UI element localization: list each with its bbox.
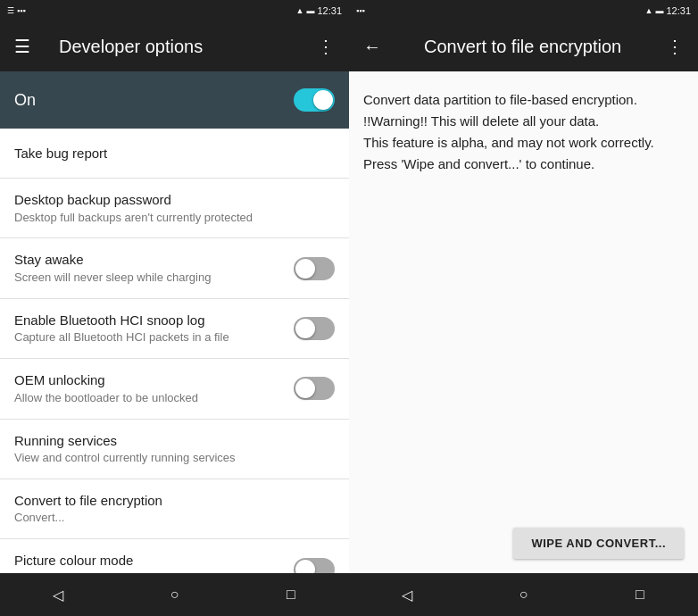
bluetooth-hci-text: Enable Bluetooth HCI snoop log Capture a…	[14, 312, 294, 345]
on-label: On	[14, 91, 294, 110]
oem-unlocking-toggle-knob	[295, 379, 315, 398]
hamburger-status-icon: ☰	[7, 6, 14, 15]
desktop-backup-password-item[interactable]: Desktop backup password Desktop full bac…	[0, 179, 349, 238]
page-title: Developer options	[59, 37, 317, 57]
right-signal-icon: ▪▪▪	[356, 6, 365, 15]
oem-unlocking-text: OEM unlocking Allow the bootloader to be…	[14, 371, 294, 405]
left-back-button[interactable]: ◁	[31, 573, 85, 616]
back-icon[interactable]: ←	[363, 37, 381, 57]
convert-encryption-title: Convert to file encryption	[14, 492, 335, 510]
left-panel: ☰ ▪▪▪ ▲ ▬ 12:31 ☰ Developer options ⋮ On…	[0, 0, 349, 616]
convert-encryption-subtitle: Convert...	[14, 511, 335, 526]
right-time: 12:31	[666, 5, 691, 16]
picture-colour-text: Picture colour mode Use sRGB	[14, 552, 294, 573]
wipe-button-container: WIPE AND CONVERT...	[349, 513, 698, 573]
picture-colour-title: Picture colour mode	[14, 552, 294, 570]
running-services-title: Running services	[14, 432, 335, 450]
left-top-bar: ☰ Developer options ⋮	[0, 21, 349, 71]
left-nav-bar: ◁ ○ □	[0, 573, 349, 616]
right-panel: ▪▪▪ ▲ ▬ 12:31 ← Convert to file encrypti…	[349, 0, 698, 616]
stay-awake-toggle-knob	[295, 259, 315, 279]
right-status-bar-right: ▲ ▬ 12:31	[645, 5, 691, 16]
desktop-backup-password-subtitle: Desktop full backups aren't currently pr…	[14, 211, 335, 226]
signal-icons: ▪▪▪	[17, 6, 26, 15]
oem-unlocking-item[interactable]: OEM unlocking Allow the bootloader to be…	[0, 359, 349, 419]
desktop-backup-password-title: Desktop backup password	[14, 191, 335, 209]
battery-icon: ▬	[306, 6, 314, 15]
right-nav-bar: ◁ ○ □	[349, 573, 698, 616]
right-flex-area: Convert data partition to file-based enc…	[349, 71, 698, 573]
convert-encryption-text: Convert to file encryption Convert...	[14, 492, 335, 526]
right-status-bar: ▪▪▪ ▲ ▬ 12:31	[349, 0, 698, 21]
bluetooth-hci-toggle[interactable]	[294, 317, 335, 340]
running-services-text: Running services View and control curren…	[14, 432, 335, 466]
right-battery-icon: ▬	[655, 6, 663, 15]
take-bug-report-item[interactable]: Take bug report	[0, 129, 349, 179]
bluetooth-hci-toggle-knob	[295, 319, 315, 338]
convert-encryption-item[interactable]: Convert to file encryption Convert...	[0, 479, 349, 539]
running-services-subtitle: View and control currently running servi…	[14, 451, 335, 466]
oem-unlocking-subtitle: Allow the bootloader to be unlocked	[14, 391, 294, 406]
stay-awake-text: Stay awake Screen will never sleep while…	[14, 251, 294, 285]
right-recents-button[interactable]: □	[613, 573, 667, 616]
right-more-options-icon[interactable]: ⋮	[666, 36, 684, 57]
status-bar-left-icons: ☰ ▪▪▪	[7, 6, 26, 15]
menu-icon[interactable]: ☰	[14, 36, 30, 57]
stay-awake-subtitle: Screen will never sleep while charging	[14, 271, 294, 286]
picture-colour-toggle[interactable]	[294, 558, 335, 573]
right-wifi-icon: ▲	[645, 6, 653, 15]
stay-awake-item[interactable]: Stay awake Screen will never sleep while…	[0, 238, 349, 298]
picture-colour-toggle-knob	[295, 560, 315, 573]
more-options-icon[interactable]: ⋮	[317, 36, 335, 57]
take-bug-report-title: Take bug report	[14, 145, 335, 162]
wifi-icon: ▲	[296, 6, 304, 15]
right-content-area: Convert data partition to file-based enc…	[349, 71, 698, 513]
running-services-item[interactable]: Running services View and control curren…	[0, 420, 349, 479]
developer-options-toggle[interactable]	[294, 88, 335, 112]
toggle-knob	[313, 90, 333, 110]
status-bar-right-icons: ▲ ▬ 12:31	[296, 5, 342, 16]
right-back-button[interactable]: ◁	[380, 573, 434, 616]
left-recents-button[interactable]: □	[264, 573, 318, 616]
take-bug-report-text: Take bug report	[14, 145, 335, 162]
oem-unlocking-toggle[interactable]	[294, 377, 335, 400]
right-top-bar: ← Convert to file encryption ⋮	[349, 21, 698, 71]
wipe-and-convert-button[interactable]: WIPE AND CONVERT...	[513, 528, 684, 559]
left-home-button[interactable]: ○	[147, 573, 201, 616]
settings-list: Take bug report Desktop backup password …	[0, 129, 349, 573]
bluetooth-hci-title: Enable Bluetooth HCI snoop log	[14, 312, 294, 329]
right-page-title: Convert to file encryption	[424, 37, 666, 57]
right-home-button[interactable]: ○	[496, 573, 550, 616]
bluetooth-hci-item[interactable]: Enable Bluetooth HCI snoop log Capture a…	[0, 299, 349, 359]
left-status-bar: ☰ ▪▪▪ ▲ ▬ 12:31	[0, 0, 349, 21]
picture-colour-item[interactable]: Picture colour mode Use sRGB	[0, 539, 349, 573]
right-status-bar-left: ▪▪▪	[356, 6, 365, 15]
left-time: 12:31	[317, 5, 342, 16]
stay-awake-title: Stay awake	[14, 251, 294, 269]
encryption-description: Convert data partition to file-based enc…	[363, 89, 684, 175]
oem-unlocking-title: OEM unlocking	[14, 371, 294, 389]
on-row: On	[0, 71, 349, 129]
desktop-backup-password-text: Desktop backup password Desktop full bac…	[14, 191, 335, 225]
bluetooth-hci-subtitle: Capture all Bluetooth HCI packets in a f…	[14, 330, 294, 345]
stay-awake-toggle[interactable]	[294, 257, 335, 280]
